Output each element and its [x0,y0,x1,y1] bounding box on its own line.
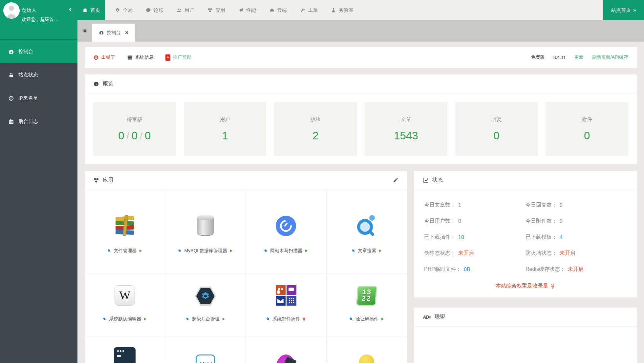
stat-value: 0 [118,130,124,142]
plug-icon [177,248,183,254]
status-value-link[interactable]: 未开启 [560,250,575,257]
simplified-chinese-icon: 简↩ [196,354,215,363]
cloud-icon [269,8,274,13]
play-icon[interactable] [380,317,384,321]
stat-users[interactable]: 用户 1 [184,102,267,156]
app-name: 系统默认编辑器 [109,316,141,322]
app-partial-1[interactable] [85,336,165,363]
site-home-button[interactable]: 站点首页 » [603,0,644,20]
app-name: 超级后台管理 [192,316,220,322]
sidebar-item-label: 站点状态 [18,72,38,78]
refresh-cache-link[interactable]: 刷新页面/API缓存 [592,54,628,60]
app-name: 文章搜索 [358,248,376,254]
app-name: 验证码插件 [355,316,378,322]
play-icon[interactable] [229,249,233,253]
status-value-link[interactable]: 10 [458,234,464,240]
play-icon[interactable] [139,249,142,253]
toolbar-item-promo[interactable]: 推广奖励 [165,54,191,61]
topbar-nav: 首页 全局 论坛 用户 应用 性能 云端 工单 [77,0,644,20]
home-icon [82,8,88,13]
nav-item-lab[interactable]: 实验室 [331,7,354,13]
status-panel: 状态 今日文章数： 1 今日回复数： 0 今日用户数： 0 [414,171,637,297]
app-mysql-manager[interactable]: MySQL数据库管理器 [165,190,246,273]
app-name: MySQL数据库管理器 [184,248,227,254]
overview-panel: 概览 待审核 0/0/0 用户 1 版块 2 文章 1543 回复 [85,74,637,164]
stat-forums[interactable]: 版块 2 [274,102,357,156]
plug-icon [348,316,354,322]
app-captcha[interactable]: 1322 验证码插件 [327,273,407,336]
stat-value: 0 [493,130,499,142]
avatar[interactable] [3,2,20,19]
stat-value: 1 [222,130,228,142]
stat-replies[interactable]: 回复 0 [455,102,538,156]
stat-value: 0 [584,130,590,142]
app-system-mail[interactable]: 系统邮件插件 [246,273,327,336]
play-icon[interactable] [378,249,382,253]
sidebar-item-site-status[interactable]: 站点状态 [0,63,77,87]
toolbar-item-system-info[interactable]: 系统信息 [127,54,154,60]
play-icon[interactable] [304,249,308,253]
nav-item-label: 论坛 [154,7,163,13]
app-partial-3[interactable] [246,336,327,363]
keyboard-blob-icon [275,354,296,363]
status-row: 今日回复数： 0 [526,197,627,213]
site-weight-link[interactable]: 本站综合权重及收录量≫ [414,277,637,297]
nav-item-home-active[interactable]: 首页 [77,0,105,20]
status-value-link[interactable]: 未开启 [458,250,474,257]
nav-item-forum[interactable]: 论坛 [146,7,163,13]
tab-close-icon[interactable]: ✖ [125,30,129,35]
play-icon[interactable] [143,317,147,321]
version-number: 8.4.11 [553,55,566,60]
play-icon[interactable] [222,317,225,321]
nav-item-users[interactable]: 用户 [177,7,194,13]
status-value-link[interactable]: 未开启 [568,266,584,273]
plug-icon [263,248,269,254]
sidebar-collapse-icon[interactable]: ‹ [69,5,72,13]
status-row: 伪静态状态： 未开启 [424,245,526,261]
nav-item-apps[interactable]: 应用 [207,7,225,13]
plug-icon [101,316,108,322]
app-file-manager[interactable]: 文件管理器 [85,190,165,273]
chart-line-icon [423,177,429,183]
status-value-link[interactable]: 0B [464,267,470,272]
app-super-admin[interactable]: 超级后台管理 [165,273,246,336]
app-partial-2[interactable]: 简↩ [165,336,246,363]
article-search-icon [356,214,377,236]
stat-value: 2 [312,130,318,142]
ban-icon [8,95,14,101]
tab-console[interactable]: 控制台 ✖ [92,24,135,42]
edit-apps-button[interactable] [393,177,398,183]
gears-icon [115,8,120,13]
pause-icon[interactable] [302,317,306,321]
stat-articles[interactable]: 文章 1543 [365,102,447,156]
app-trojan-scanner[interactable]: 网站木马扫描器 [246,190,327,273]
nav-item-cloud[interactable]: 云端 [269,7,287,13]
stat-pending-review[interactable]: 待审核 0/0/0 [93,102,176,156]
app-name: 文件管理器 [114,248,137,254]
sidebar-item-admin-log[interactable]: 后台日志 [0,110,77,133]
user-panel: 创始人 欢迎您，超级管… ‹ [0,0,77,40]
user-circle-icon [93,55,99,60]
nav-item-label: 云端 [277,7,287,13]
app-partial-4[interactable] [327,336,407,363]
plug-icon [184,316,191,322]
nav-item-global[interactable]: 全局 [115,7,133,13]
nav-item-label: 全局 [123,7,133,13]
yellow-circle-icon [359,354,374,363]
edition-label: 免费版 [531,54,545,60]
close-all-tabs-icon[interactable]: ✖ [83,20,87,42]
sidebar-item-ip-blacklist[interactable]: IP黑名单 [0,87,77,110]
status-row: Redis缓存状态： 未开启 [526,261,627,277]
app-default-editor[interactable]: W 系统默认编辑器 [85,273,165,336]
status-row: 今日文章数： 1 [424,197,526,213]
tab-label: 控制台 [107,30,121,36]
nav-item-ticket[interactable]: 工单 [300,7,318,13]
status-row: 今日附件数： 0 [526,213,627,229]
sidebar-item-console[interactable]: 控制台 [0,40,77,63]
toolbar-item-error[interactable]: 出错了 [93,54,115,60]
app-article-search[interactable]: 文章搜索 [327,190,407,273]
nav-item-performance[interactable]: 性能 [238,7,256,13]
status-value-link[interactable]: 4 [560,234,563,240]
update-link[interactable]: 更新 [574,54,584,60]
stat-attachments[interactable]: 附件 0 [546,102,628,156]
